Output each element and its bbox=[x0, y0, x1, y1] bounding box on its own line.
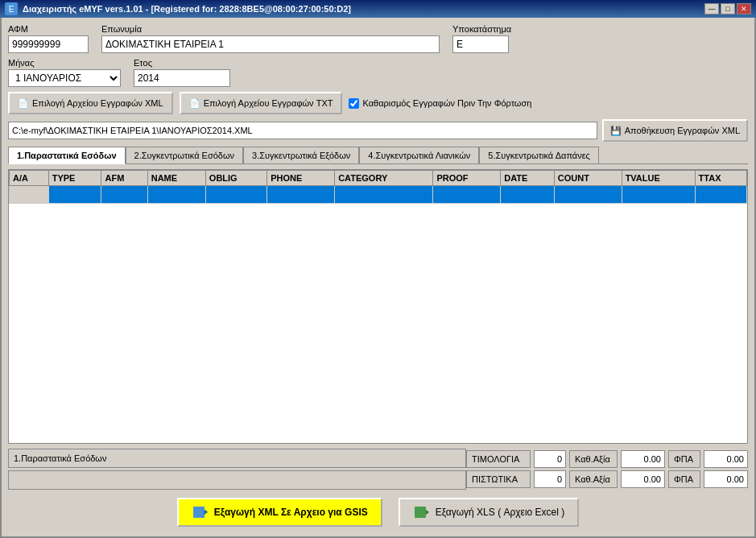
title-bar-title: Διαχειριστής eMYF vers.1.01 - [Registere… bbox=[23, 4, 351, 14]
fpa-label-1: ΦΠΑ bbox=[668, 450, 700, 468]
etos-input[interactable] bbox=[134, 69, 230, 87]
cell-name bbox=[147, 186, 205, 204]
fpa-label-2: ΦΠΑ bbox=[668, 470, 700, 488]
afm-label: ΑΦΜ bbox=[8, 24, 89, 34]
save-icon: 💾 bbox=[610, 126, 622, 136]
cell-oblig bbox=[205, 186, 266, 204]
kath-axia-value-1: 0.00 bbox=[621, 450, 665, 468]
fpa-value-2: 0.00 bbox=[704, 470, 748, 488]
ypokatastima-group: Υποκατάστημα bbox=[452, 24, 511, 53]
pistotika-count: 0 bbox=[534, 470, 566, 488]
select-txt-label: Επιλογή Αρχείου Εγγραφών TXT bbox=[204, 98, 333, 108]
col-header-aa: Α/Α bbox=[10, 171, 49, 186]
toolbar-row: 📄 Επιλογή Αρχείου Εγγραφών XML 📄 Επιλογή… bbox=[8, 92, 748, 114]
svg-marker-5 bbox=[426, 510, 429, 515]
export-xls-icon bbox=[413, 504, 431, 520]
status-left: 1.Παραστατικά Εσόδων bbox=[8, 449, 466, 490]
form-row-2: Μήνας 1 ΙΑΝΟΥΑΡΙΟΣ2 ΦΕΒΡΟΥΑΡΙΟΣ3 ΜΑΡΤΙΟΣ… bbox=[8, 58, 748, 87]
save-xml-button[interactable]: 💾 Αποθήκευση Εγγραφών XML bbox=[602, 119, 748, 142]
col-header-date: DATE bbox=[501, 171, 554, 186]
file-path-input[interactable] bbox=[8, 122, 597, 139]
status-section-label: 1.Παραστατικά Εσόδων bbox=[8, 449, 466, 468]
data-table: Α/Α TYPE AFM NAME OBLIG PHONE CATEGORY P… bbox=[9, 170, 747, 204]
col-header-afm: AFM bbox=[101, 171, 147, 186]
col-header-category: CATEGORY bbox=[335, 171, 433, 186]
ypokatastima-input[interactable] bbox=[452, 35, 509, 53]
pistotika-label: ΠΙΣΤΩΤΙΚΑ bbox=[466, 470, 531, 488]
svg-rect-4 bbox=[415, 507, 426, 518]
title-bar-controls: — □ ✕ bbox=[704, 3, 751, 14]
status-row-2: ΠΙΣΤΩΤΙΚΑ 0 Καθ.Αξία 0.00 ΦΠΑ 0.00 bbox=[466, 470, 748, 488]
cell-count bbox=[554, 186, 622, 204]
svg-rect-0 bbox=[193, 507, 204, 518]
eponymia-group: Επωνυμία bbox=[101, 24, 440, 53]
tab-3[interactable]: 4.Συγκεντρωτικά Λιανικών bbox=[359, 147, 479, 163]
cell-afm bbox=[101, 186, 147, 204]
minas-select[interactable]: 1 ΙΑΝΟΥΑΡΙΟΣ2 ΦΕΒΡΟΥΑΡΙΟΣ3 ΜΑΡΤΙΟΣ4 ΑΠΡΙ… bbox=[8, 69, 121, 87]
save-xml-label: Αποθήκευση Εγγραφών XML bbox=[625, 126, 740, 135]
app-icon: E bbox=[5, 2, 18, 15]
status-section-empty bbox=[8, 470, 466, 490]
table-row[interactable] bbox=[10, 186, 747, 204]
timologia-count: 0 bbox=[534, 450, 566, 468]
kath-axia-label-1: Καθ.Αξία bbox=[569, 450, 618, 468]
tab-2[interactable]: 3.Συγκεντρωτικά Εξόδων bbox=[243, 147, 359, 163]
title-bar-left: E Διαχειριστής eMYF vers.1.01 - [Registe… bbox=[5, 2, 351, 15]
eponymia-input[interactable] bbox=[101, 35, 440, 53]
title-bar: E Διαχειριστής eMYF vers.1.01 - [Registe… bbox=[0, 0, 756, 18]
tab-1[interactable]: 2.Συγκεντρωτικά Εσόδων bbox=[126, 147, 243, 163]
cell-category bbox=[335, 186, 433, 204]
minimize-button[interactable]: — bbox=[704, 3, 719, 14]
timologia-label: ΤΙΜΟΛΟΓΙΑ bbox=[466, 450, 531, 468]
cell-aa bbox=[10, 186, 49, 204]
tabs-container: 1.Παραστατικά Εσόδων 2.Συγκεντρωτικά Εσό… bbox=[8, 147, 748, 164]
kath-axia-value-2: 0.00 bbox=[621, 470, 665, 488]
col-header-count: COUNT bbox=[554, 171, 622, 186]
export-xml-icon bbox=[192, 504, 209, 520]
cell-proof bbox=[433, 186, 501, 204]
col-header-type: TYPE bbox=[48, 171, 101, 186]
col-header-ttax: TTAX bbox=[695, 171, 746, 186]
select-txt-button[interactable]: 📄 Επιλογή Αρχείου Εγγραφών TXT bbox=[180, 92, 343, 114]
tab-4[interactable]: 5.Συγκεντρωτικά Δαπάνες bbox=[479, 147, 599, 163]
minas-label: Μήνας bbox=[8, 58, 121, 68]
cell-tvalue bbox=[622, 186, 695, 204]
ypokatastima-label: Υποκατάστημα bbox=[452, 24, 511, 34]
export-xml-button[interactable]: Εξαγωγή XML Σε Αρχειο για GSIS bbox=[177, 498, 382, 527]
cleanup-checkbox-label[interactable]: Καθαρισμός Εγγραφών Πριν Την Φόρτωση bbox=[349, 98, 531, 109]
eponymia-label: Επωνυμία bbox=[101, 24, 440, 34]
cell-ttax bbox=[695, 186, 746, 204]
maximize-button[interactable]: □ bbox=[721, 3, 735, 14]
cell-type bbox=[48, 186, 101, 204]
select-xml-button[interactable]: 📄 Επιλογή Αρχείου Εγγραφών XML bbox=[8, 92, 173, 114]
status-row-1: ΤΙΜΟΛΟΓΙΑ 0 Καθ.Αξία 0.00 ΦΠΑ 0.00 bbox=[466, 450, 748, 468]
form-row-1: ΑΦΜ Επωνυμία Υποκατάστημα bbox=[8, 24, 748, 53]
data-table-container: Α/Α TYPE AFM NAME OBLIG PHONE CATEGORY P… bbox=[8, 169, 748, 444]
cleanup-checkbox[interactable] bbox=[349, 98, 359, 109]
cell-phone bbox=[267, 186, 335, 204]
col-header-name: NAME bbox=[147, 171, 205, 186]
close-button[interactable]: ✕ bbox=[737, 3, 751, 14]
kath-axia-label-2: Καθ.Αξία bbox=[569, 470, 618, 488]
export-xls-button[interactable]: Εξαγωγή XLS ( Αρχειο Excel ) bbox=[399, 498, 580, 527]
afm-group: ΑΦΜ bbox=[8, 24, 89, 53]
etos-label: Ετος bbox=[134, 58, 230, 68]
select-xml-label: Επιλογή Αρχείου Εγγραφών XML bbox=[32, 98, 163, 108]
cleanup-label-text: Καθαρισμός Εγγραφών Πριν Την Φόρτωση bbox=[362, 98, 531, 108]
status-right: ΤΙΜΟΛΟΓΙΑ 0 Καθ.Αξία 0.00 ΦΠΑ 0.00 ΠΙΣΤΩ… bbox=[466, 450, 748, 488]
bottom-buttons: Εξαγωγή XML Σε Αρχειο για GSIS Εξαγωγή X… bbox=[8, 495, 748, 530]
export-xls-label: Εξαγωγή XLS ( Αρχειο Excel ) bbox=[436, 507, 565, 518]
afm-input[interactable] bbox=[8, 35, 89, 53]
col-header-proof: PROOF bbox=[433, 171, 501, 186]
export-xml-label: Εξαγωγή XML Σε Αρχειο για GSIS bbox=[214, 507, 368, 518]
etos-group: Ετος bbox=[134, 58, 230, 87]
tab-0[interactable]: 1.Παραστατικά Εσόδων bbox=[8, 147, 126, 164]
xml-icon: 📄 bbox=[18, 98, 29, 109]
svg-marker-3 bbox=[204, 510, 208, 515]
status-bar: 1.Παραστατικά Εσόδων ΤΙΜΟΛΟΓΙΑ 0 Καθ.Αξί… bbox=[8, 449, 748, 490]
fpa-value-1: 0.00 bbox=[704, 450, 748, 468]
txt-icon: 📄 bbox=[189, 98, 200, 109]
minas-group: Μήνας 1 ΙΑΝΟΥΑΡΙΟΣ2 ΦΕΒΡΟΥΑΡΙΟΣ3 ΜΑΡΤΙΟΣ… bbox=[8, 58, 121, 87]
file-path-row: 💾 Αποθήκευση Εγγραφών XML bbox=[8, 119, 748, 142]
col-header-phone: PHONE bbox=[267, 171, 335, 186]
